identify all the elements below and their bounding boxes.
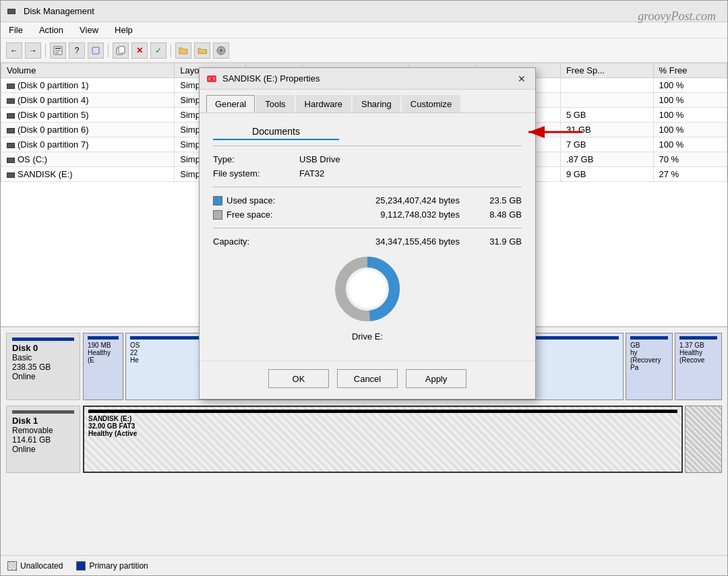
ok-button[interactable]: OK	[268, 369, 329, 388]
donut-chart-wrapper: Drive E:	[213, 252, 522, 342]
tab-hardware[interactable]: Hardware	[296, 95, 351, 113]
divider-3	[213, 228, 522, 228]
free-color-box	[213, 210, 222, 220]
tab-general[interactable]: General	[206, 95, 255, 113]
apply-button[interactable]: Apply	[406, 369, 466, 388]
capacity-label: Capacity:	[213, 236, 317, 247]
modal-title-bar: SANDISK (E:) Properties ✕	[200, 68, 535, 90]
free-space-label-cell: Free space:	[213, 210, 317, 220]
modal-body: Type: USB Drive File system: FAT32 Used …	[200, 113, 535, 360]
modal-title-text: SANDISK (E:) Properties	[222, 73, 320, 84]
sandisk-icon	[206, 73, 217, 84]
free-space-label: Free space:	[226, 210, 273, 220]
divider-2	[213, 187, 522, 187]
info-grid: Type: USB Drive File system: FAT32	[213, 154, 522, 179]
donut-chart	[330, 252, 404, 326]
capacity-gb: 31.9 GB	[468, 236, 522, 247]
red-arrow-icon	[525, 122, 586, 142]
svg-point-16	[348, 270, 386, 308]
space-grid: Used space: 25,234,407,424 bytes 23.5 GB…	[213, 195, 522, 220]
capacity-grid: Capacity: 34,347,155,456 bytes 31.9 GB	[213, 236, 522, 247]
modal-footer: OK Cancel Apply	[200, 360, 535, 399]
used-space-gb: 23.5 GB	[468, 195, 522, 205]
tab-sharing[interactable]: Sharing	[353, 95, 400, 113]
used-space-label: Used space:	[226, 195, 275, 205]
properties-dialog: SANDISK (E:) Properties ✕ General Tools …	[199, 67, 536, 399]
used-space-label-cell: Used space:	[213, 195, 317, 205]
type-value: USB Drive	[299, 154, 522, 164]
free-space-gb: 8.48 GB	[468, 210, 522, 220]
used-space-bytes: 25,234,407,424 bytes	[325, 195, 460, 205]
modal-close-button[interactable]: ✕	[515, 72, 528, 86]
drive-label: Drive E:	[352, 331, 383, 342]
used-color-box	[213, 196, 222, 205]
capacity-bytes: 34,347,155,456 bytes	[325, 236, 460, 247]
modal-tabs: General Tools Hardware Sharing Customize	[200, 90, 535, 113]
divider	[213, 146, 522, 146]
cancel-button[interactable]: Cancel	[337, 369, 398, 388]
tab-customize[interactable]: Customize	[402, 95, 460, 113]
type-label: Type:	[213, 154, 294, 164]
fs-label: File system:	[213, 168, 294, 179]
free-space-bytes: 9,112,748,032 bytes	[325, 210, 460, 220]
volume-name-row	[213, 124, 522, 140]
modal-title-left: SANDISK (E:) Properties	[206, 73, 320, 84]
svg-point-11	[211, 77, 213, 79]
fs-value: FAT32	[299, 168, 522, 179]
tab-tools[interactable]: Tools	[256, 95, 294, 113]
watermark: groovyPost.com	[638, 9, 716, 24]
modal-overlay: SANDISK (E:) Properties ✕ General Tools …	[0, 0, 728, 576]
volume-name-input[interactable]	[213, 124, 339, 140]
volume-name-wrapper	[213, 124, 522, 140]
